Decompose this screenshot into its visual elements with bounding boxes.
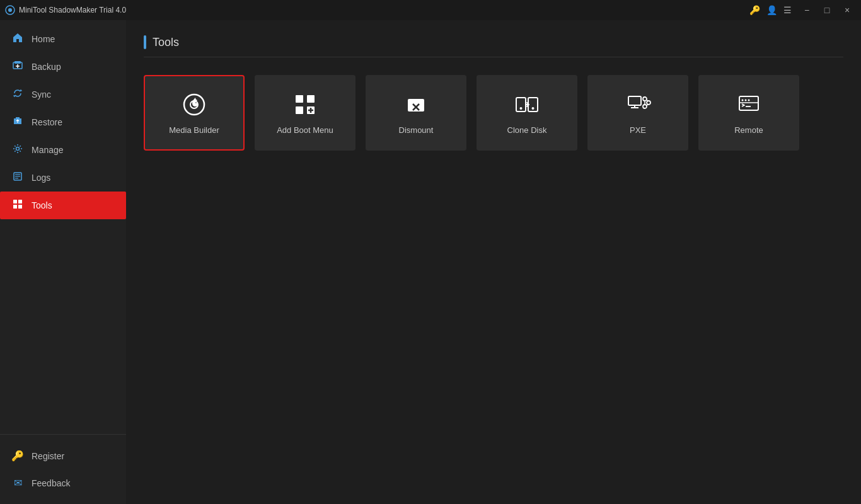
- sidebar-item-sync[interactable]: Sync: [0, 81, 126, 108]
- svg-point-28: [532, 107, 535, 110]
- title-bar: MiniTool ShadowMaker Trial 4.0 🔑 👤 ☰ − □…: [0, 0, 861, 20]
- tool-card-label-add-boot-menu: Add Boot Menu: [277, 125, 333, 135]
- sidebar-label-manage: Manage: [32, 145, 64, 155]
- header-accent: [144, 35, 146, 49]
- app-icon: [5, 5, 15, 15]
- backup-icon: [11, 60, 24, 73]
- svg-rect-11: [13, 205, 17, 209]
- clone-disk-icon: [514, 91, 540, 118]
- sidebar-nav: Home Backup Sync Restore: [0, 20, 126, 434]
- page-title: Tools: [153, 36, 179, 49]
- register-icon: 🔑: [11, 450, 24, 462]
- dismount-icon: [403, 91, 429, 118]
- home-icon: [11, 33, 24, 45]
- maximize-button[interactable]: □: [818, 4, 836, 16]
- main-content: Tools Media Builder: [126, 20, 861, 504]
- title-bar-extra-icons: 🔑 👤 ☰: [749, 5, 792, 15]
- svg-rect-16: [296, 95, 303, 103]
- svg-rect-9: [13, 200, 17, 203]
- svg-rect-17: [307, 95, 315, 103]
- tools-icon: [11, 199, 24, 212]
- sidebar-label-restore: Restore: [32, 117, 62, 127]
- sidebar-footer: 🔑 Register ✉ Feedback: [0, 434, 126, 504]
- svg-point-1: [8, 8, 12, 12]
- add-boot-menu-icon: [292, 91, 318, 118]
- app-title: MiniTool ShadowMaker Trial 4.0: [19, 6, 126, 14]
- svg-rect-3: [14, 61, 21, 64]
- feedback-icon: ✉: [11, 477, 24, 489]
- sidebar: Home Backup Sync Restore: [0, 20, 126, 504]
- tool-card-label-media-builder: Media Builder: [169, 125, 219, 135]
- svg-rect-22: [408, 99, 424, 112]
- svg-point-41: [748, 99, 750, 101]
- svg-rect-12: [18, 205, 22, 209]
- svg-rect-29: [628, 96, 641, 105]
- sidebar-item-logs[interactable]: Logs: [0, 164, 126, 192]
- tool-card-label-pxe: PXE: [630, 125, 646, 135]
- media-builder-icon: [181, 91, 207, 118]
- sidebar-item-restore[interactable]: Restore: [0, 108, 126, 136]
- tool-card-label-remote: Remote: [734, 125, 763, 135]
- page-header: Tools: [144, 35, 843, 57]
- sidebar-item-home[interactable]: Home: [0, 25, 126, 53]
- restore-icon: [11, 116, 24, 129]
- sidebar-item-tools[interactable]: Tools: [0, 192, 126, 219]
- sidebar-item-backup[interactable]: Backup: [0, 53, 126, 81]
- sidebar-label-home: Home: [32, 34, 55, 44]
- menu-icon[interactable]: ☰: [783, 5, 792, 15]
- key-icon[interactable]: 🔑: [749, 5, 760, 15]
- app-body: Home Backup Sync Restore: [0, 20, 861, 504]
- sidebar-label-logs: Logs: [32, 173, 50, 183]
- close-button[interactable]: ×: [838, 4, 856, 16]
- sidebar-item-feedback[interactable]: ✉ Feedback: [0, 469, 126, 496]
- svg-point-39: [742, 99, 744, 101]
- tool-card-pxe[interactable]: PXE: [587, 75, 688, 151]
- svg-point-26: [520, 107, 523, 110]
- logs-icon: [11, 171, 24, 184]
- sidebar-label-backup: Backup: [32, 62, 61, 72]
- svg-rect-38: [739, 96, 758, 110]
- tool-card-remote[interactable]: Remote: [698, 75, 799, 151]
- app-logo: MiniTool ShadowMaker Trial 4.0: [5, 5, 749, 15]
- sidebar-label-sync: Sync: [32, 89, 51, 100]
- sync-icon: [11, 88, 24, 101]
- sidebar-label-tools: Tools: [32, 200, 52, 210]
- pxe-icon: [625, 91, 651, 118]
- svg-point-34: [647, 101, 650, 105]
- user-icon[interactable]: 👤: [766, 5, 777, 15]
- tool-card-dismount[interactable]: Dismount: [366, 75, 466, 151]
- tool-card-label-clone-disk: Clone Disk: [507, 125, 547, 135]
- svg-point-33: [643, 105, 647, 108]
- window-controls: − □ ×: [798, 4, 856, 16]
- sidebar-label-register: Register: [32, 451, 64, 461]
- tool-card-media-builder[interactable]: Media Builder: [144, 75, 245, 151]
- sidebar-label-feedback: Feedback: [32, 478, 70, 488]
- svg-point-32: [643, 97, 647, 101]
- tool-card-add-boot-menu[interactable]: Add Boot Menu: [255, 75, 355, 151]
- tools-grid: Media Builder Add Boot Men: [144, 75, 843, 151]
- sidebar-item-manage[interactable]: Manage: [0, 136, 126, 164]
- remote-icon: [736, 91, 762, 118]
- tool-card-label-dismount: Dismount: [399, 125, 434, 135]
- svg-point-4: [16, 147, 20, 151]
- manage-icon: [11, 144, 24, 156]
- svg-point-40: [745, 99, 747, 101]
- svg-rect-10: [18, 200, 22, 203]
- svg-rect-18: [296, 106, 303, 114]
- tool-card-clone-disk[interactable]: Clone Disk: [477, 75, 577, 151]
- sidebar-item-register[interactable]: 🔑 Register: [0, 442, 126, 469]
- minimize-button[interactable]: −: [798, 4, 816, 16]
